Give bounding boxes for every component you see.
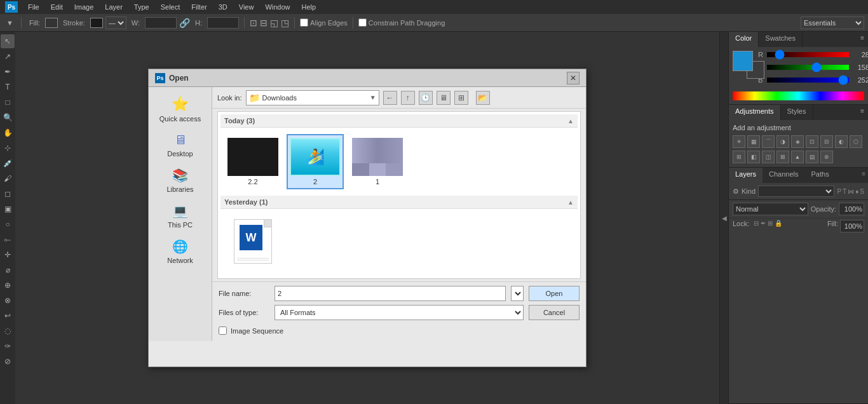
adj-channel-mixer[interactable]: ⊞ xyxy=(733,151,745,163)
h-input[interactable] xyxy=(207,17,239,29)
adj-photo-filter[interactable]: ⬡ xyxy=(850,135,862,148)
lock-all-icon[interactable]: 🔒 xyxy=(775,220,782,232)
tool-selector[interactable]: ▼ xyxy=(4,18,16,28)
align-icon-3[interactable]: ◱ xyxy=(270,18,278,28)
adj-vibrance[interactable]: ◈ xyxy=(791,135,804,148)
constrain-checkbox-container[interactable]: Constrain Path Dragging xyxy=(358,18,445,27)
adj-gradient-map[interactable]: ▤ xyxy=(806,151,818,163)
filter-icon-1[interactable]: P xyxy=(837,188,841,195)
adj-threshold[interactable]: ▲ xyxy=(791,151,804,163)
panel-collapse-btn[interactable]: ◀ xyxy=(719,32,728,404)
dialog-titlebar[interactable]: Ps Open ✕ xyxy=(149,69,586,87)
pen-freeform[interactable]: ✑ xyxy=(1,339,15,353)
adj-exposure[interactable]: ◑ xyxy=(776,135,789,148)
menu-file[interactable]: File xyxy=(23,2,44,12)
menu-3d[interactable]: 3D xyxy=(214,2,233,12)
menu-select[interactable]: Select xyxy=(156,2,186,12)
adj-selective-color[interactable]: ⊛ xyxy=(820,151,833,163)
align-icon-2[interactable]: ⊟ xyxy=(260,18,268,28)
file-name-dropdown[interactable]: ▼ xyxy=(511,286,524,301)
filter-icon-5[interactable]: S xyxy=(860,188,864,195)
look-in-container[interactable]: 📁 Downloads ▼ xyxy=(246,90,379,105)
r-slider[interactable] xyxy=(767,52,849,57)
opacity-input[interactable] xyxy=(839,203,864,215)
foreground-color-box[interactable] xyxy=(733,51,753,71)
kind-select[interactable] xyxy=(758,185,834,197)
files-type-select[interactable]: All Formats xyxy=(275,305,524,320)
selection-tool[interactable]: ↖ xyxy=(1,34,15,48)
nav-view-button[interactable]: ⊞ xyxy=(454,91,468,105)
dodge-tool[interactable]: ○ xyxy=(1,217,15,231)
layers-panel-menu[interactable]: ≡ xyxy=(859,168,868,183)
menu-edit[interactable]: Edit xyxy=(46,2,68,12)
sidebar-desktop[interactable]: 🖥 Desktop xyxy=(151,129,209,161)
align-icon-4[interactable]: ◳ xyxy=(281,18,289,28)
menu-image[interactable]: Image xyxy=(69,2,99,12)
menu-layer[interactable]: Layer xyxy=(100,2,128,12)
stroke-style-select[interactable]: — xyxy=(105,17,126,29)
today-collapse-btn[interactable]: ▲ xyxy=(567,118,574,125)
sidebar-libraries[interactable]: 📚 Libraries xyxy=(151,164,209,197)
adj-posterize[interactable]: ⊠ xyxy=(776,151,789,163)
lock-artboard-icon[interactable]: ⊞ xyxy=(768,220,773,232)
filter-icon-4[interactable]: ♦ xyxy=(855,188,858,195)
filter-icon-3[interactable]: ⋈ xyxy=(848,188,854,195)
sidebar-thispc[interactable]: 💻 This PC xyxy=(151,199,209,232)
nav-up-button[interactable]: ↑ xyxy=(401,91,415,105)
gradient-tool[interactable]: ▣ xyxy=(1,202,15,216)
color-replace[interactable]: ⊘ xyxy=(1,354,15,368)
b-slider[interactable] xyxy=(767,77,849,83)
cancel-button[interactable]: Cancel xyxy=(529,305,580,320)
healing-tool[interactable]: ⊕ xyxy=(1,278,15,292)
adj-bw[interactable]: ◐ xyxy=(835,135,848,148)
file-name-input[interactable] xyxy=(275,286,506,301)
brush-tool[interactable]: 🖌 xyxy=(1,172,15,185)
eraser-tool[interactable]: ◻ xyxy=(1,187,15,201)
lock-pixels-icon[interactable]: ⊟ xyxy=(754,220,759,232)
lasso-tool[interactable]: ⌀ xyxy=(1,263,15,277)
menu-window[interactable]: Window xyxy=(260,2,295,12)
tab-channels[interactable]: Channels xyxy=(763,168,804,183)
filter-icon-2[interactable]: T xyxy=(843,188,846,195)
adj-brightness[interactable]: ☀ xyxy=(733,135,745,148)
type-tool[interactable]: T xyxy=(1,80,15,94)
pen-tool[interactable]: ✒ xyxy=(1,65,15,79)
adj-curves[interactable]: ⌒ xyxy=(762,135,775,148)
zoom-tool[interactable]: 🔍 xyxy=(1,111,15,125)
file-item-2[interactable]: 2 xyxy=(287,134,344,189)
file-item-1[interactable]: 1 xyxy=(349,134,406,189)
new-folder-button[interactable]: 📂 xyxy=(476,91,490,105)
w-input[interactable] xyxy=(145,17,177,29)
file-item-word[interactable]: W xyxy=(224,215,281,269)
menu-help[interactable]: Help xyxy=(297,2,322,12)
adj-panel-menu[interactable]: ≡ xyxy=(857,105,868,120)
tab-color[interactable]: Color xyxy=(729,32,759,47)
file-browser[interactable]: Today (3) ▲ 2.2 xyxy=(217,111,581,279)
open-button[interactable]: Open xyxy=(529,286,580,301)
yesterday-collapse-btn[interactable]: ▲ xyxy=(567,199,574,206)
tab-styles[interactable]: Styles xyxy=(781,105,813,120)
adj-invert[interactable]: ◫ xyxy=(762,151,775,163)
dialog-close-button[interactable]: ✕ xyxy=(567,72,580,84)
constrain-checkbox[interactable] xyxy=(358,18,367,27)
color-panel-menu[interactable]: ≡ xyxy=(857,32,868,47)
crop-tool[interactable]: ⊹ xyxy=(1,141,15,155)
sidebar-quick-access[interactable]: ⭐ Quick access xyxy=(151,92,209,126)
adj-color-lookup[interactable]: ◧ xyxy=(747,151,760,163)
g-slider[interactable] xyxy=(767,65,849,70)
menu-type[interactable]: Type xyxy=(129,2,154,12)
tab-adjustments[interactable]: Adjustments xyxy=(729,105,781,120)
tab-paths[interactable]: Paths xyxy=(805,168,836,183)
clone-tool[interactable]: ⊗ xyxy=(1,293,15,307)
menu-filter[interactable]: Filter xyxy=(186,2,212,12)
color-spectrum[interactable] xyxy=(733,91,864,100)
blend-mode-select[interactable]: Normal xyxy=(733,203,808,215)
workspace-select[interactable]: Essentials xyxy=(801,17,864,29)
path-tool[interactable]: ⟜ xyxy=(1,232,15,246)
nav-recent-button[interactable]: 🕒 xyxy=(419,91,433,105)
nav-back-button[interactable]: ← xyxy=(383,91,397,105)
fill-input[interactable] xyxy=(840,220,864,232)
look-in-dropdown-arrow[interactable]: ▼ xyxy=(370,94,376,101)
eyedropper-tool[interactable]: 💉 xyxy=(1,156,15,170)
align-icon-1[interactable]: ⊡ xyxy=(250,18,257,28)
